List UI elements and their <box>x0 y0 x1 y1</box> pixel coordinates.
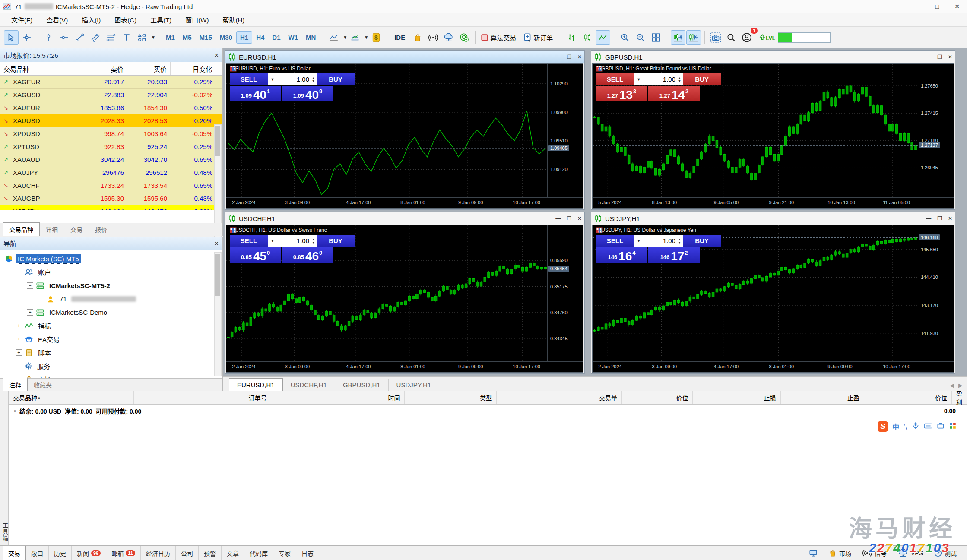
toolbox-column-9[interactable]: 盈利 <box>952 391 967 404</box>
market-watch-row[interactable]: ↗XPTUSD 922.83 925.24 0.25% <box>0 140 222 153</box>
close-icon[interactable]: ✕ <box>214 240 219 247</box>
sell-button[interactable]: SELL <box>230 73 268 85</box>
new-order-button[interactable]: 新订单 <box>521 30 557 45</box>
sell-button[interactable]: SELL <box>596 235 634 247</box>
indicators-button[interactable] <box>348 30 362 45</box>
toolbox-column-6[interactable]: 止损 <box>693 391 780 404</box>
timeframe-H4[interactable]: H4 <box>252 31 268 44</box>
toolbox-tab-新闻[interactable]: 新闻99 <box>71 546 106 560</box>
status-item-市场[interactable]: 市场 <box>829 549 851 557</box>
menu-item-6[interactable]: 帮助(H) <box>216 13 251 26</box>
navigator-scrollbar[interactable] <box>214 252 222 376</box>
volume-input[interactable]: 1.00▲▼ <box>277 235 317 247</box>
menu-item-4[interactable]: 工具(T) <box>143 13 178 26</box>
toolbox-column-3[interactable]: 类型 <box>405 391 497 404</box>
market-watch-column-0[interactable]: 交易品种 <box>0 62 86 75</box>
navigator-item[interactable]: IC Markets (SC) MT5 <box>2 252 222 266</box>
shapes-dropdown-caret[interactable]: ▼ <box>151 35 155 40</box>
market-watch-row[interactable]: ↗USDJPY 146.164 146.172 0.28% <box>0 205 222 210</box>
market-watch-row[interactable]: ↘XAUUSD 2028.33 2028.53 0.20% <box>0 114 222 127</box>
chart-window-EURUSD[interactable]: EURUSD,H1 —❐✕ EURUSD, H1: Euro vs US Dol… <box>225 50 585 210</box>
chart-shift-button[interactable] <box>686 30 701 45</box>
market-watch-row[interactable]: ↘XAUEUR 1853.86 1854.30 0.50% <box>0 101 222 114</box>
volume-dropdown-icon[interactable]: ▼ <box>268 73 277 85</box>
ime-punct-icon[interactable]: ’, <box>904 423 907 430</box>
toolbox-column-2[interactable]: 时间 <box>271 391 405 404</box>
algo-trading-button[interactable]: 算法交易 <box>479 30 520 45</box>
trendline-button[interactable] <box>73 30 87 45</box>
market-watch-row[interactable]: ↘XPDUSD 998.74 1003.64 -0.05% <box>0 127 222 140</box>
tree-expander-icon[interactable]: − <box>16 269 22 275</box>
market-watch-tab-0[interactable]: 交易品种 <box>3 222 40 236</box>
screenshot-button[interactable] <box>708 30 723 45</box>
timeframe-W1[interactable]: W1 <box>285 31 302 44</box>
window-restore-icon[interactable]: ❐ <box>567 54 571 60</box>
close-icon[interactable]: ✕ <box>214 52 219 59</box>
menu-item-1[interactable]: 查看(V) <box>39 13 75 26</box>
toolbox-tab-历史[interactable]: 历史 <box>48 546 71 560</box>
chart-tab-1[interactable]: USDCHF,H1 <box>283 379 335 391</box>
chart-tab-0[interactable]: EURUSD,H1 <box>229 378 283 392</box>
market-watch-column-3[interactable]: 日变化 <box>171 62 216 75</box>
volume-dropdown-icon[interactable]: ▼ <box>634 235 643 247</box>
toolbox-tab-公司[interactable]: 公司 <box>175 546 198 560</box>
market-watch-row[interactable]: ↗XAGEUR 20.917 20.933 0.29% <box>0 76 222 89</box>
mic-icon[interactable] <box>912 422 919 431</box>
sogou-logo-icon[interactable]: S <box>878 421 888 432</box>
toolbox-column-5[interactable]: 价位 <box>622 391 693 404</box>
fibonacci-button[interactable] <box>104 30 118 45</box>
toolbox-tab-文章[interactable]: 文章 <box>221 546 244 560</box>
timeframe-M30[interactable]: M30 <box>216 31 236 44</box>
toolbox-tab-敞口[interactable]: 敞口 <box>26 546 48 560</box>
buy-button[interactable]: BUY <box>317 235 355 247</box>
market-watch-row[interactable]: ↗XAUAUD 3042.24 3042.70 0.69% <box>0 153 222 166</box>
navigator-item[interactable]: −ICMarketsSC-MT5-2 <box>2 279 222 292</box>
buy-price-box[interactable]: 1.09409 <box>282 86 333 101</box>
chart-window-titlebar[interactable]: USDJPY,H1 —❐✕ <box>591 212 955 225</box>
toolbox-column-0[interactable]: 交易品种 ▲ <box>9 391 134 404</box>
navigator-item[interactable]: 服务 <box>2 359 222 373</box>
ide-button[interactable]: IDE <box>391 30 409 45</box>
market-watch-row[interactable]: ↘XAUCHF 1733.24 1733.54 0.65% <box>0 179 222 192</box>
market-store-button[interactable] <box>410 30 425 45</box>
ime-lang-icon[interactable]: 中 <box>892 421 899 432</box>
navigator-item[interactable]: 71 <box>2 292 222 306</box>
toolbox-tab-代码库[interactable]: 代码库 <box>244 546 273 560</box>
toolbox-tab-专家[interactable]: 专家 <box>273 546 296 560</box>
window-minimize-icon[interactable]: — <box>926 215 931 221</box>
market-watch-column-2[interactable]: 买价 <box>127 62 171 75</box>
timeframe-M5[interactable]: M5 <box>179 31 196 44</box>
channel-button[interactable] <box>88 30 103 45</box>
toolbox-tab-邮箱[interactable]: 邮箱11 <box>106 546 140 560</box>
market-watch-row[interactable]: ↗XAUJPY 296476 296512 0.48% <box>0 166 222 179</box>
sell-button[interactable]: SELL <box>230 235 268 247</box>
chart-window-titlebar[interactable]: USDCHF,H1 —❐✕ <box>225 212 584 225</box>
toolbox-column-8[interactable]: 价位 <box>864 391 952 404</box>
window-minimize-icon[interactable]: — <box>926 54 931 60</box>
tile-windows-button[interactable] <box>649 30 663 45</box>
buy-price-box[interactable]: 1.27142 <box>648 86 700 101</box>
menu-item-3[interactable]: 图表(C) <box>108 13 143 26</box>
vertical-line-button[interactable] <box>41 30 56 45</box>
toolbox-side-tab[interactable]: 工具箱 <box>0 391 9 545</box>
cloud-button[interactable] <box>441 30 456 45</box>
navigator-tab-1[interactable]: 收藏夹 <box>28 378 58 391</box>
menu-item-0[interactable]: 文件(F) <box>4 13 39 26</box>
chart-window-titlebar[interactable]: EURUSD,H1 —❐✕ <box>225 51 584 63</box>
buy-button[interactable]: BUY <box>683 235 721 247</box>
tree-expander-icon[interactable]: + <box>16 349 22 356</box>
window-restore-icon[interactable]: ❐ <box>567 215 571 221</box>
bar-chart-button[interactable] <box>564 30 579 45</box>
signals-button[interactable] <box>426 30 441 45</box>
auto-scroll-button[interactable] <box>671 30 685 45</box>
navigator-item[interactable]: +脚本 <box>2 346 222 359</box>
zoom-out-button[interactable] <box>633 30 648 45</box>
timeframe-D1[interactable]: D1 <box>268 31 284 44</box>
toolbox-column-1[interactable]: 订单号 <box>134 391 272 404</box>
currency-button[interactable]: $ <box>369 30 384 45</box>
cursor-tool-button[interactable] <box>4 30 19 45</box>
zoom-in-button[interactable] <box>618 30 632 45</box>
tree-expander-icon[interactable]: + <box>16 323 22 329</box>
timeframe-H1[interactable]: H1 <box>236 31 252 44</box>
window-restore-icon[interactable]: ❐ <box>937 54 942 60</box>
